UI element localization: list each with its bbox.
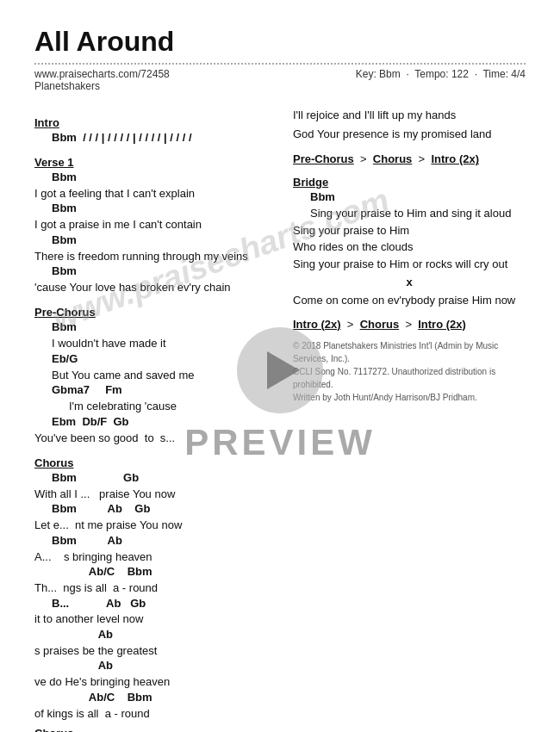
ch-line6: Ab s praises be the greatest [34, 628, 267, 659]
ch-line2: Bbm Ab Gb Let e... nt me praise You now [34, 502, 267, 533]
intro-label: Intro [34, 116, 267, 129]
prechorus-section: Pre-Chorus Bbm I wouldn't have made it E… [34, 306, 267, 446]
ch-lyric3: A... s bringing heaven [34, 549, 267, 566]
v1-chord4: Bbm [52, 264, 267, 279]
prechorus-label: Pre-Chorus [34, 306, 267, 319]
bridge-section: Bridge Bbm Sing your praise to Him and s… [293, 176, 526, 308]
v1-lyric2: I got a praise in me I can't contain [34, 216, 267, 233]
left-column: Intro Bbm / / / | / / / / | / / / / | / … [34, 106, 267, 732]
ch-lyric7: ve do He's bringing heaven [34, 673, 267, 691]
bridge-label: Bridge [293, 176, 526, 189]
pc-line1: Bbm I wouldn't have made it [34, 320, 267, 351]
v1-lyric4: 'cause Your love has broken ev'ry chain [34, 279, 267, 296]
ch-line7: Ab ve do He's bringing heaven [34, 659, 267, 690]
pc-nav-prechorus: Pre-Chorus [293, 152, 354, 165]
song-url: www.praisecharts.com/72458 [34, 68, 170, 80]
right-plain-lines: I'll rejoice and I'll lift up my hands G… [293, 106, 526, 144]
chorus-nav-label: Chorus [34, 727, 74, 732]
meta-row: www.praisecharts.com/72458 Planetshakers… [34, 68, 526, 92]
verse1-line3: Bbm There is freedom running through my … [34, 233, 267, 264]
pc-chord1: Bbm [52, 320, 267, 335]
ch-lyric5: it to another level now [34, 611, 267, 628]
ch-line8: Ab/C Bbm of kings is all a - round [34, 691, 267, 722]
verse1-line4: Bbm 'cause Your love has broken ev'ry ch… [34, 264, 267, 295]
song-time: Time: 4/4 [482, 68, 526, 80]
pc-lyric4: You've been so good to s... [34, 430, 267, 447]
artist-name: Planetshakers [34, 80, 100, 92]
ch-chord4: Ab/C Bbm [52, 565, 267, 580]
intro-chorus-nav: Intro (2x) > Chorus > Intro (2x) [293, 318, 526, 331]
v1-chord2: Bbm [52, 202, 267, 216]
intro-nav-intro: Intro (2x) [293, 318, 341, 331]
ch-chord3: Bbm Ab [52, 534, 267, 549]
ch-chord7: Ab [52, 659, 267, 673]
v1-lyric1: I got a feeling that I can't explain [34, 185, 267, 202]
pc-line4: Ebm Db/F Gb You've been so good to s... [34, 415, 267, 446]
verse1-line1: Bbm I got a feeling that I can't explain [34, 171, 267, 202]
intro-chord: Bbm / / / | / / / / | / / / / | / / / / [52, 131, 192, 144]
ch-lyric2: Let e... nt me praise You now [34, 517, 267, 534]
verse1-label: Verse 1 [34, 156, 267, 169]
bridge-line4: Sing your praise to Him or rocks will cr… [293, 256, 526, 273]
verse1-section: Verse 1 Bbm I got a feeling that I can't… [34, 156, 267, 296]
bridge-line5: Come on come on ev'rybody praise Him now [293, 292, 526, 309]
divider [34, 63, 526, 65]
ch-chord8: Ab/C Bbm [52, 691, 267, 705]
ch-chord6: Ab [52, 628, 267, 642]
v1-lyric3: There is freedom running through my vein… [34, 248, 267, 265]
copyright-text: © 2018 Planetshakers Ministries Int'l (A… [293, 339, 526, 404]
pc-nav-chorus: Chorus [373, 152, 413, 165]
pc-chord2: Eb/G [52, 352, 267, 367]
bridge-chord: Bbm [310, 190, 526, 205]
pc-line2: Eb/G But You came and saved me [34, 352, 267, 383]
two-col-layout: Intro Bbm / / / | / / / / | / / / / | / … [34, 106, 526, 732]
ch-lyric4: Th... ngs is all a - round [34, 580, 267, 597]
verse1-line2: Bbm I got a praise in me I can't contain [34, 202, 267, 233]
bridge-x: x [293, 276, 526, 288]
ch-chord5: B... Ab Gb [52, 597, 267, 611]
plain-line2: God Your presence is my promised land [293, 125, 526, 144]
intro-section: Intro Bbm / / / | / / / / | / / / / | / … [34, 116, 267, 146]
chorus-section: Chorus Bbm Gb With all I ... praise You … [34, 456, 267, 732]
pc-line3: Gbma7 Fm I'm celebrating 'cause [34, 383, 267, 414]
pc-lyric1: I wouldn't have made it [52, 335, 267, 352]
page: All Around www.praisecharts.com/72458 Pl… [0, 0, 560, 732]
pc-chorus-nav: Pre-Chorus > Chorus > Intro (2x) [293, 152, 526, 165]
chorus-nav: Chorus [34, 727, 267, 732]
v1-chord1: Bbm [52, 171, 267, 185]
pc-chord4: Ebm Db/F Gb [52, 415, 267, 430]
song-tempo: Tempo: 122 [414, 68, 469, 80]
pc-chord3: Gbma7 Fm [52, 383, 267, 398]
ch-chord2: Bbm Ab Gb [52, 502, 267, 517]
intro-nav-chorus: Chorus [360, 318, 400, 331]
intro-nav-intro2: Intro (2x) [418, 318, 466, 331]
ch-line4: Ab/C Bbm Th... ngs is all a - round [34, 565, 267, 596]
pc-lyric2: But You came and saved me [52, 367, 267, 384]
bridge-line1: Sing your praise to Him and sing it alou… [310, 205, 526, 222]
song-key: Key: Bbm [356, 68, 401, 80]
pc-lyric3: I'm celebrating 'cause [69, 398, 267, 415]
song-meta: Key: Bbm · Tempo: 122 · Time: 4/4 [356, 68, 526, 92]
chorus-label: Chorus [34, 456, 267, 469]
bridge-line2: Sing your praise to Him [293, 222, 526, 239]
ch-lyric1: With all I ... praise You now [34, 486, 267, 503]
ch-line5: B... Ab Gb it to another level now [34, 597, 267, 628]
v1-chord3: Bbm [52, 233, 267, 248]
song-title: All Around [34, 26, 526, 58]
url-artist: www.praisecharts.com/72458 Planetshakers [34, 68, 170, 92]
ch-lyric6: s praises be the greatest [34, 642, 267, 660]
plain-line1: I'll rejoice and I'll lift up my hands [293, 106, 526, 125]
ch-chord1: Bbm Gb [52, 471, 267, 486]
ch-lyric8: of kings is all a - round [34, 705, 267, 723]
right-column: I'll rejoice and I'll lift up my hands G… [293, 106, 526, 732]
ch-line3: Bbm Ab A... s bringing heaven [34, 534, 267, 565]
pc-nav-intro: Intro (2x) [431, 152, 479, 165]
bridge-line3: Who rides on the clouds [293, 239, 526, 256]
ch-line1: Bbm Gb With all I ... praise You now [34, 471, 267, 502]
